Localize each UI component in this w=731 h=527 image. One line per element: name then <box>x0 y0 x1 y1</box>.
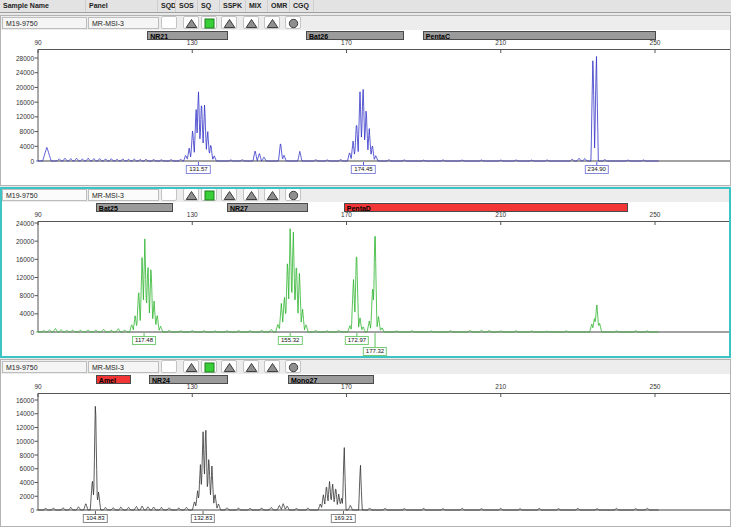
sample-row-block-1: M19-9750MR-MSI-3NR21Bat26PentaC901301702… <box>0 15 731 186</box>
column-header-sos[interactable]: SOS <box>176 0 198 12</box>
column-header-sspk[interactable]: SSPK <box>220 0 246 12</box>
electropherogram-plot[interactable] <box>1 16 730 185</box>
peak-size-label[interactable]: 131.57 <box>186 165 210 174</box>
peak-size-label[interactable]: 234.90 <box>585 165 609 174</box>
peak-size-label[interactable]: 104.83 <box>83 514 107 523</box>
peak-size-label[interactable]: 117.48 <box>132 336 156 345</box>
sample-row-block-3: M19-9750MR-MSI-3AmelNR24Mono279013017021… <box>0 359 731 527</box>
peak-size-label[interactable]: 155.32 <box>278 336 302 345</box>
column-header-omr[interactable]: OMR <box>268 0 290 12</box>
peak-size-label[interactable]: 132.83 <box>191 514 215 523</box>
peak-size-label[interactable]: 177.32 <box>363 347 387 356</box>
sample-table-header: Sample NamePanelSQDSOSSQSSPKMIXOMRCGQ <box>0 0 731 13</box>
peak-size-label[interactable]: 172.97 <box>345 336 369 345</box>
column-header-sq[interactable]: SQ <box>198 0 220 12</box>
peak-size-label[interactable]: 169.21 <box>331 514 355 523</box>
trace-line <box>36 57 658 162</box>
column-header-mix[interactable]: MIX <box>246 0 268 12</box>
sample-row-block-2: M19-9750MR-MSI-3Bat25NR27PentaD901301702… <box>0 187 731 358</box>
electropherogram-plot[interactable] <box>1 188 730 357</box>
trace-line <box>36 406 658 510</box>
electropherogram-plot[interactable] <box>1 360 730 526</box>
column-header-sample-name[interactable]: Sample Name <box>0 0 86 12</box>
column-header-cgq[interactable]: CGQ <box>290 0 314 12</box>
fragment-analysis-window: Sample NamePanelSQDSOSSQSSPKMIXOMRCGQ M1… <box>0 0 731 527</box>
trace-line <box>36 229 658 332</box>
column-header-sqd[interactable]: SQD <box>158 0 176 12</box>
column-header-panel[interactable]: Panel <box>86 0 158 12</box>
peak-size-label[interactable]: 174.45 <box>351 165 375 174</box>
